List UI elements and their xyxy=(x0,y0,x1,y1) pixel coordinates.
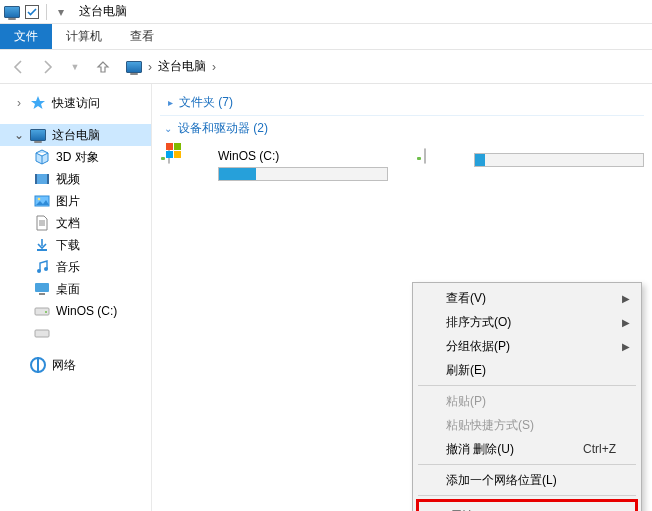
capacity-bar xyxy=(474,153,644,167)
capacity-bar xyxy=(218,167,388,181)
sidebar-item-desktop[interactable]: 桌面 xyxy=(0,278,151,300)
drive-icon xyxy=(424,149,466,183)
nav-forward-button[interactable] xyxy=(36,56,58,78)
drive-name: WinOS (C:) xyxy=(218,149,388,163)
download-icon xyxy=(34,237,50,253)
svg-rect-2 xyxy=(35,174,37,184)
windows-flag-icon xyxy=(166,143,184,161)
navigation-pane: › 快速访问 ⌄ 这台电脑 3D 对象 视频 图片 文档 xyxy=(0,84,152,511)
sidebar-item-documents[interactable]: 文档 xyxy=(0,212,151,234)
sidebar-item-label: 音乐 xyxy=(56,259,80,276)
ribbon: 文件 计算机 查看 xyxy=(0,24,652,50)
picture-icon xyxy=(34,193,50,209)
menu-refresh[interactable]: 刷新(E) xyxy=(416,358,638,382)
group-label: 设备和驱动器 (2) xyxy=(178,120,268,137)
tab-computer[interactable]: 计算机 xyxy=(52,24,116,49)
svg-rect-10 xyxy=(39,293,45,295)
menu-paste: 粘贴(P) xyxy=(416,389,638,413)
sidebar-item-music[interactable]: 音乐 xyxy=(0,256,151,278)
menu-properties[interactable]: 属性(R) xyxy=(420,503,634,511)
nav-history-chevron[interactable]: ▼ xyxy=(64,56,86,78)
sidebar-item-winos-c[interactable]: WinOS (C:) xyxy=(0,300,151,322)
pc-icon xyxy=(4,4,20,20)
group-label: 文件夹 (7) xyxy=(179,94,233,111)
sidebar-item-label: 视频 xyxy=(56,171,80,188)
sidebar-item-removable[interactable] xyxy=(0,322,151,344)
menu-label: 添加一个网络位置(L) xyxy=(446,472,557,489)
music-icon xyxy=(34,259,50,275)
menu-shortcut: Ctrl+Z xyxy=(583,442,616,456)
sidebar-item-network[interactable]: 网络 xyxy=(0,354,151,376)
svg-point-5 xyxy=(38,198,41,201)
menu-sort[interactable]: 排序方式(O) ▶ xyxy=(416,310,638,334)
sidebar-item-quick-access[interactable]: › 快速访问 xyxy=(0,92,151,114)
address-bar[interactable]: › 这台电脑 › xyxy=(126,55,218,79)
menu-undo-delete[interactable]: 撤消 删除(U) Ctrl+Z xyxy=(416,437,638,461)
sidebar-item-label: 3D 对象 xyxy=(56,149,99,166)
drives-row: WinOS (C:) xyxy=(160,141,644,183)
breadcrumb-location[interactable]: 这台电脑 xyxy=(158,58,206,75)
menu-label: 查看(V) xyxy=(446,290,486,307)
sidebar-item-this-pc[interactable]: ⌄ 这台电脑 xyxy=(0,124,151,146)
star-icon xyxy=(30,95,46,111)
menu-label: 粘贴(P) xyxy=(446,393,486,410)
submenu-arrow-icon: ▶ xyxy=(622,341,630,352)
navbar: ▼ › 这台电脑 › xyxy=(0,50,652,84)
desktop-icon xyxy=(34,281,50,297)
menu-separator xyxy=(418,495,636,496)
sidebar-item-videos[interactable]: 视频 xyxy=(0,168,151,190)
capacity-fill xyxy=(475,154,485,166)
tab-file[interactable]: 文件 xyxy=(0,24,52,49)
sidebar-item-label: 图片 xyxy=(56,193,80,210)
chevron-down-icon: ⌄ xyxy=(164,123,172,134)
qat-overflow-icon[interactable]: ▾ xyxy=(53,4,69,20)
menu-label: 刷新(E) xyxy=(446,362,486,379)
menu-label: 排序方式(O) xyxy=(446,314,511,331)
titlebar: ▾ 这台电脑 xyxy=(0,0,652,24)
nav-up-button[interactable] xyxy=(92,56,114,78)
sidebar-item-label: 桌面 xyxy=(56,281,80,298)
menu-label: 撤消 删除(U) xyxy=(446,441,514,458)
drive-icon xyxy=(34,325,50,341)
video-icon xyxy=(34,171,50,187)
svg-rect-6 xyxy=(37,249,47,251)
menu-label: 粘贴快捷方式(S) xyxy=(446,417,534,434)
svg-rect-13 xyxy=(35,330,49,337)
drive-item-winos-c[interactable]: WinOS (C:) xyxy=(168,149,388,183)
menu-add-network-location[interactable]: 添加一个网络位置(L) xyxy=(416,468,638,492)
menu-label: 分组依据(P) xyxy=(446,338,510,355)
svg-point-12 xyxy=(45,311,47,313)
sidebar-item-label: 快速访问 xyxy=(52,95,100,112)
sidebar-item-label: 网络 xyxy=(52,357,76,374)
nav-back-button[interactable] xyxy=(8,56,30,78)
submenu-arrow-icon: ▶ xyxy=(622,293,630,304)
checkbox-icon[interactable] xyxy=(24,4,40,20)
tab-view[interactable]: 查看 xyxy=(116,24,168,49)
document-icon xyxy=(34,215,50,231)
sidebar-item-label: 下载 xyxy=(56,237,80,254)
sidebar-item-label: WinOS (C:) xyxy=(56,304,117,318)
svg-point-8 xyxy=(44,267,48,271)
svg-rect-11 xyxy=(35,308,49,315)
menu-view[interactable]: 查看(V) ▶ xyxy=(416,286,638,310)
network-icon xyxy=(30,357,46,373)
sidebar-item-downloads[interactable]: 下载 xyxy=(0,234,151,256)
menu-separator xyxy=(418,464,636,465)
svg-rect-9 xyxy=(35,283,49,292)
menu-group[interactable]: 分组依据(P) ▶ xyxy=(416,334,638,358)
chevron-right-icon: ▸ xyxy=(168,97,173,108)
drive-icon xyxy=(34,303,50,319)
window-title: 这台电脑 xyxy=(79,3,127,20)
svg-rect-3 xyxy=(47,174,49,184)
group-devices[interactable]: ⌄ 设备和驱动器 (2) xyxy=(160,116,644,141)
qat-divider xyxy=(46,4,47,20)
group-folders[interactable]: ▸ 文件夹 (7) xyxy=(160,90,644,116)
chevron-down-icon: ⌄ xyxy=(14,128,24,142)
pc-icon xyxy=(30,127,46,143)
menu-paste-shortcut: 粘贴快捷方式(S) xyxy=(416,413,638,437)
sidebar-item-3d-objects[interactable]: 3D 对象 xyxy=(0,146,151,168)
sidebar-item-label: 这台电脑 xyxy=(52,127,100,144)
sidebar-item-pictures[interactable]: 图片 xyxy=(0,190,151,212)
cube-icon xyxy=(34,149,50,165)
drive-item-2[interactable] xyxy=(424,149,644,183)
